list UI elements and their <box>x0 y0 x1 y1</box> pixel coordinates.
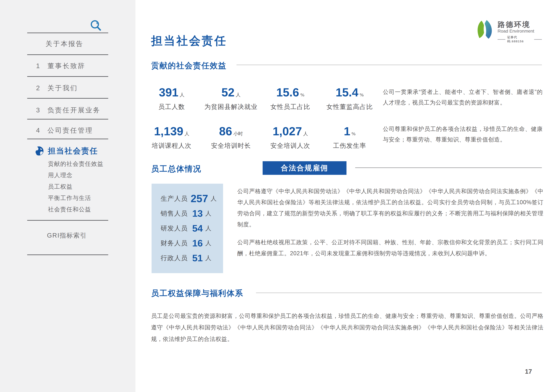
sidebar-item-about-us[interactable]: 2 关于我们 <box>0 84 135 92</box>
sidebar: 关于本报告 1 董事长致辞 2 关于我们 3 负责任开展业务 4 公司责任管理 <box>0 0 135 392</box>
staff-label: 研发人员 <box>161 224 188 233</box>
staff-value: 257 <box>191 192 208 205</box>
dash-decoration <box>534 39 542 40</box>
stat-value: 52 <box>221 86 234 99</box>
staff-label: 财务人员 <box>161 239 188 248</box>
sidebar-item-responsible-business[interactable]: 3 负责任开展业务 <box>0 106 135 114</box>
sidebar-item-label: 关于本报告 <box>45 39 84 48</box>
section-heading-benefits: 贡献的社会责任效益 <box>151 60 226 71</box>
staff-row-rd: 研发人员 54 人 <box>161 223 211 234</box>
section-rule <box>355 167 542 168</box>
sidebar-item-label: 负责任开展业务 <box>47 106 101 114</box>
stat-female-executive-ratio: 15.4% <box>320 86 380 99</box>
sidebar-subitem-talent-philosophy[interactable]: 用人理念 <box>48 171 73 179</box>
stat-female-employee-ratio: 15.6% <box>260 86 320 99</box>
sidebar-item-gri-index[interactable]: GRI指标索引 <box>47 231 87 240</box>
employee-respect-paragraph: 公司尊重和保护员工的各项合法权益，珍惜员工的生命、健康与安全；尊重劳动、尊重知识… <box>383 124 543 145</box>
divider <box>27 33 108 33</box>
anti-discrimination-paragraph: 公司严格杜绝歧视用工政策，公平、公正对待不同国籍、种族、性别、年龄、宗教信仰和文… <box>237 237 543 259</box>
logo-company-name-cn: 路德环境 <box>497 20 531 29</box>
stat-safety-training-hours: 86小时 <box>201 125 261 138</box>
stat-value: 15.6 <box>276 86 299 99</box>
divider <box>27 54 108 55</box>
section-rule <box>256 292 542 293</box>
stat-label: 女性员工占比 <box>260 102 320 111</box>
legal-employment-badge: 合法合规雇佣 <box>263 161 346 175</box>
talent-philosophy-paragraph: 公司一贯秉承“贤者上、能者中、立者下、智者侧、庸者退”的人才理念，视员工为公司最… <box>383 87 543 108</box>
stat-value: 1 <box>344 125 350 138</box>
company-logo: 路德环境 Road Environment 证券代码:688156 <box>475 18 542 47</box>
dash-decoration <box>497 39 505 40</box>
search-icon[interactable] <box>89 19 102 32</box>
staff-value: 13 <box>192 208 203 219</box>
divider <box>27 139 108 139</box>
page-title: 担当社会责任 <box>151 33 227 48</box>
welfare-paragraph: 员工是公司最宝贵的资源和财富，公司尊重和保护员工的各项合法权益，珍惜员工的生命、… <box>151 310 543 345</box>
stock-code-text: 证券代码:688156 <box>507 35 532 43</box>
divider <box>27 98 108 99</box>
report-page: 关于本报告 1 董事长致辞 2 关于我们 3 负责任开展业务 4 公司责任管理 <box>0 0 555 392</box>
stat-unit: 人 <box>303 131 308 136</box>
stat-value: 1,139 <box>154 125 183 138</box>
staff-unit: 人 <box>205 224 211 232</box>
stat-unit: 人 <box>185 131 189 136</box>
sidebar-item-responsibility-management[interactable]: 4 公司责任管理 <box>0 127 135 134</box>
divider <box>27 119 108 120</box>
sidebar-item-label: 关于我们 <box>47 84 78 93</box>
sidebar-item-number: 1 <box>36 62 40 70</box>
stat-unit: % <box>300 92 304 97</box>
sidebar-item-social-responsibility-active[interactable]: 担当社会责任 <box>34 146 98 156</box>
staff-value: 51 <box>192 253 203 264</box>
stat-unit: % <box>351 131 356 136</box>
section-heading-welfare: 员工权益保障与福利体系 <box>151 288 243 299</box>
sidebar-item-number: 2 <box>36 84 40 92</box>
stat-label: 为贫困县解决就业 <box>201 102 261 111</box>
page-number: 17 <box>525 368 532 375</box>
staff-unit: 人 <box>205 254 211 262</box>
stat-employee-count: 391人 <box>142 86 202 99</box>
staff-value: 16 <box>192 238 203 249</box>
logo-leaf-icon <box>476 20 495 40</box>
stat-unit: 人 <box>236 92 241 97</box>
stat-value: 1,027 <box>273 125 302 138</box>
stat-label: 员工人数 <box>142 102 202 111</box>
divider <box>27 255 108 255</box>
stat-poverty-county-jobs: 52人 <box>201 86 261 99</box>
staff-row-finance: 财务人员 16 人 <box>161 238 211 249</box>
staff-label: 生产人员 <box>161 194 188 203</box>
stat-label: 安全培训时长 <box>201 141 261 150</box>
staff-unit: 人 <box>211 195 217 203</box>
stat-injury-rate: 1% <box>320 125 380 138</box>
sidebar-item-chairman-speech[interactable]: 1 董事长致辞 <box>0 62 135 70</box>
sidebar-subitem-benefits[interactable]: 贡献的社会责任效益 <box>48 160 103 168</box>
sidebar-item-label: 董事长致辞 <box>47 62 85 70</box>
stat-value: 15.4 <box>336 86 358 99</box>
stat-unit: 小时 <box>233 131 243 136</box>
stat-value: 391 <box>159 86 178 99</box>
stat-label: 培训课程人次 <box>142 141 202 150</box>
sidebar-subitem-work-life-balance[interactable]: 平衡工作与生活 <box>48 194 91 202</box>
labor-law-compliance-paragraph: 公司严格遵守《中华人民共和国劳动法》《中华人民共和国劳动合同法》《中华人民共和国… <box>237 186 543 230</box>
sidebar-item-number: 4 <box>36 127 40 134</box>
stat-value: 86 <box>219 125 232 138</box>
sidebar-item-label: 公司责任管理 <box>47 126 93 135</box>
sidebar-item-number: 3 <box>36 106 40 114</box>
staff-row-admin: 行政人员 51 人 <box>161 253 211 264</box>
staff-unit: 人 <box>205 239 211 247</box>
stat-training-sessions: 1,139人 <box>142 125 202 138</box>
staff-unit: 人 <box>205 209 211 218</box>
sidebar-subitem-public-welfare[interactable]: 社会责任和公益 <box>48 206 91 213</box>
stat-unit: 人 <box>180 92 184 97</box>
staff-label: 销售人员 <box>161 209 188 218</box>
sidebar-subitem-employee-rights[interactable]: 员工权益 <box>48 183 73 191</box>
stat-safety-training-people: 1,027人 <box>260 125 320 138</box>
logo-company-name-en: Road Environment <box>497 29 534 34</box>
staff-row-production: 生产人员 257 人 <box>161 192 217 205</box>
stat-label: 女性董监高占比 <box>320 102 380 111</box>
sidebar-item-about-report[interactable]: 关于本报告 <box>0 40 135 48</box>
section-rule <box>236 64 542 65</box>
divider <box>27 220 108 221</box>
stat-unit: % <box>360 92 364 97</box>
stat-label: 安全培训人次 <box>260 141 320 150</box>
section-heading-employee-overview: 员工总体情况 <box>151 164 201 174</box>
